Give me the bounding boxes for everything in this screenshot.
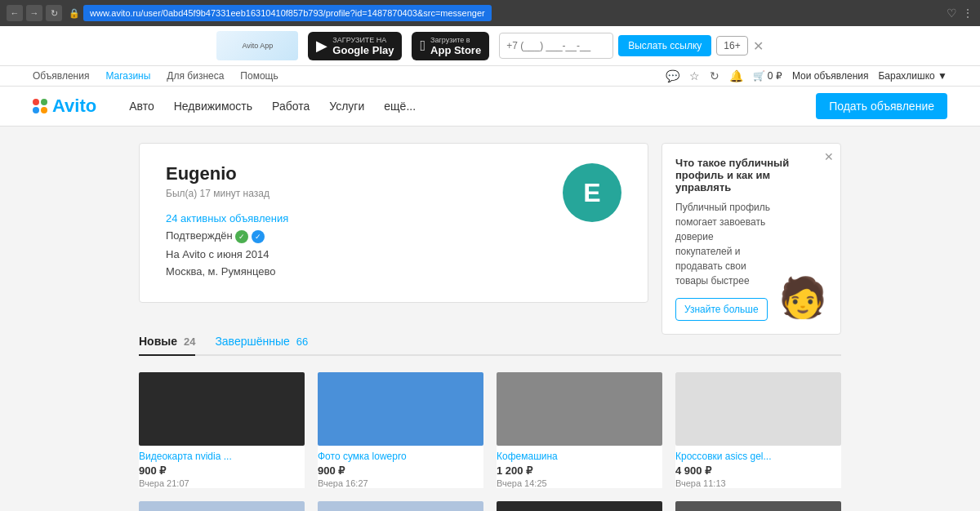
tab-new[interactable]: Новые 24 (139, 335, 195, 356)
top-nav-stores[interactable]: Магазины (105, 70, 150, 82)
top-nav-ads[interactable]: Объявления (33, 70, 89, 82)
product-card[interactable]: Слайд Сканер (фи... 7 000 ₽ 13 июня 05:4… (318, 501, 483, 511)
google-play-text: ЗАГРУЗИТЕ НА Google Play (332, 36, 394, 56)
product-image (318, 372, 483, 446)
product-title: Кофемашина (497, 451, 662, 462)
my-ads-link[interactable]: Мои объявления (792, 70, 869, 82)
nav-buttons: ← → ↻ (7, 5, 62, 21)
more-icon[interactable]: ⋮ (962, 7, 973, 20)
logo-dot-red (33, 99, 39, 105)
product-price: 1 200 ₽ (497, 464, 662, 477)
url-text: www.avito.ru/user/0abd45f9b47331eeb16310… (90, 8, 485, 18)
product-card[interactable]: Xiaomi Mi 5 наклад... 400 ₽ 18 июня 12:3… (139, 501, 305, 511)
verify-icon-green: ✓ (235, 230, 248, 243)
product-image (497, 372, 662, 446)
post-ad-btn[interactable]: Подать объявление (816, 93, 947, 119)
product-card[interactable]: Фото сумка lowepro 900 ₽ Вчера 16:27 (318, 372, 483, 488)
product-price: 900 ₽ (139, 464, 305, 477)
logo-dots (33, 99, 47, 113)
avatar: E (563, 163, 621, 222)
promo-bar: Avito App ▶ ЗАГРУЗИТЕ НА Google Play  З… (0, 26, 980, 66)
nav-jobs[interactable]: Работа (272, 100, 310, 113)
product-date: Вчера 16:27 (318, 478, 483, 488)
tab-completed[interactable]: Завершённые 66 (215, 335, 308, 356)
product-date: Вчера 21:07 (139, 478, 305, 488)
browser-bar: ← → ↻ 🔒 www.avito.ru/user/0abd45f9b47331… (0, 0, 980, 26)
since-row: На Avito с июня 2014 (166, 248, 530, 260)
profile-last-seen: Был(а) 17 минут назад (166, 188, 530, 199)
dropdown-icon: ▼ (938, 70, 947, 82)
nav-more[interactable]: ещё... (384, 100, 416, 113)
google-play-icon: ▶ (316, 37, 327, 55)
messages-icon[interactable]: 💬 (666, 69, 679, 82)
product-date: Вчера 14:25 (497, 478, 662, 488)
product-title: Фото сумка lowepro (318, 451, 483, 462)
product-title: Видеокарта nvidia ... (139, 451, 305, 462)
address-bar[interactable]: www.avito.ru/user/0abd45f9b47331eeb16310… (83, 5, 492, 21)
active-ads-count: 24 активных объявления (166, 212, 530, 224)
logo-name: Avito (52, 96, 96, 117)
product-card[interactable]: Фотоаппарат Minolt... 5 600 ₽ 4 июня 17:… (675, 501, 841, 511)
learn-more-btn[interactable]: Узнайте больше (675, 298, 768, 321)
flea-market-link[interactable]: Барахлишко ▼ (878, 70, 947, 82)
product-price: 900 ₽ (318, 464, 483, 477)
profile-container: Eugenio Был(а) 17 минут назад 24 активны… (122, 143, 858, 511)
main-nav: Avito Авто Недвижимость Работа Услуги ещ… (0, 87, 980, 127)
profile-stats: 24 активных объявления Подтверждён ✓ ✓ Н… (166, 212, 530, 278)
product-card[interactable]: Видеокарта nvidia ... 900 ₽ Вчера 21:07 (139, 372, 305, 488)
refresh-icon[interactable]: ↻ (710, 69, 719, 82)
products-grid: Видеокарта nvidia ... 900 ₽ Вчера 21:07 … (139, 372, 841, 511)
popup-character: 🧑 (778, 275, 827, 321)
promo-app-preview: Avito App (216, 31, 298, 60)
product-card[interactable]: Кофемашина 1 200 ₽ Вчера 14:25 (497, 372, 662, 488)
close-promo-btn[interactable]: ✕ (753, 38, 764, 54)
top-nav: Объявления Магазины Для бизнеса Помощь 💬… (0, 66, 980, 87)
favorites-icon[interactable]: ☆ (689, 69, 700, 82)
info-popup: ✕ Что такое публичный профиль и как им у… (662, 143, 841, 335)
top-nav-help[interactable]: Помощь (240, 70, 278, 82)
product-title: Кроссовки asics gel... (675, 451, 841, 462)
back-btn[interactable]: ← (7, 5, 23, 21)
top-nav-business[interactable]: Для бизнеса (167, 70, 224, 82)
verify-icons: ✓ ✓ (235, 230, 265, 243)
top-nav-right: 💬 ☆ ↻ 🔔 🛒 0 ₽ Мои объявления Барахлишко … (666, 69, 947, 82)
cart-icon: 🛒 (753, 70, 765, 82)
logo-dot-orange (41, 107, 47, 113)
app-store-btn[interactable]:  Загрузите в App Store (412, 32, 489, 60)
profile-info: Eugenio Был(а) 17 минут назад 24 активны… (166, 163, 530, 282)
nav-auto[interactable]: Авто (129, 100, 154, 113)
popup-body: Публичный профиль помогает завоевать дов… (675, 200, 772, 321)
logo[interactable]: Avito (33, 96, 96, 117)
apple-icon:  (420, 38, 425, 55)
nav-realty[interactable]: Недвижимость (174, 100, 252, 113)
profile-name: Eugenio (166, 163, 530, 184)
google-play-btn[interactable]: ▶ ЗАГРУЗИТЕ НА Google Play (308, 32, 402, 60)
logo-dot-green (41, 99, 47, 105)
product-image (497, 501, 662, 511)
profile-card: Eugenio Был(а) 17 минут назад 24 активны… (139, 143, 648, 303)
popup-text: Публичный профиль помогает завоевать дов… (675, 200, 772, 288)
product-card[interactable]: Объектив Minolta 2... 24 500 ₽ 9 июня 12… (497, 501, 662, 511)
phone-input[interactable] (499, 33, 613, 59)
verified-row: Подтверждён ✓ ✓ (166, 229, 530, 243)
verify-icon-blue: ✓ (252, 230, 265, 243)
forward-btn[interactable]: → (26, 5, 42, 21)
browser-actions: ♡ ⋮ (947, 7, 973, 20)
app-store-text: Загрузите в App Store (430, 36, 481, 56)
nav-services[interactable]: Услуги (329, 100, 364, 113)
product-image (318, 501, 483, 511)
logo-dot-blue (33, 107, 39, 113)
product-image (139, 501, 305, 511)
product-price: 4 900 ₽ (675, 464, 841, 477)
product-card[interactable]: Кроссовки asics gel... 4 900 ₽ Вчера 11:… (675, 372, 841, 488)
send-link-btn[interactable]: Выслать ссылку (618, 35, 711, 56)
reload-btn[interactable]: ↻ (46, 5, 62, 21)
balance: 🛒 0 ₽ (753, 70, 782, 82)
main-wrapper: Eugenio Был(а) 17 минут назад 24 активны… (0, 143, 980, 511)
location-row: Москва, м. Румянцево (166, 265, 530, 278)
notifications-icon[interactable]: 🔔 (729, 69, 743, 82)
bookmark-icon[interactable]: ♡ (947, 7, 957, 20)
tabs-row: Новые 24 Завершённые 66 (139, 335, 841, 356)
close-popup-btn[interactable]: ✕ (824, 150, 834, 163)
lock-icon: 🔒 (69, 8, 80, 19)
